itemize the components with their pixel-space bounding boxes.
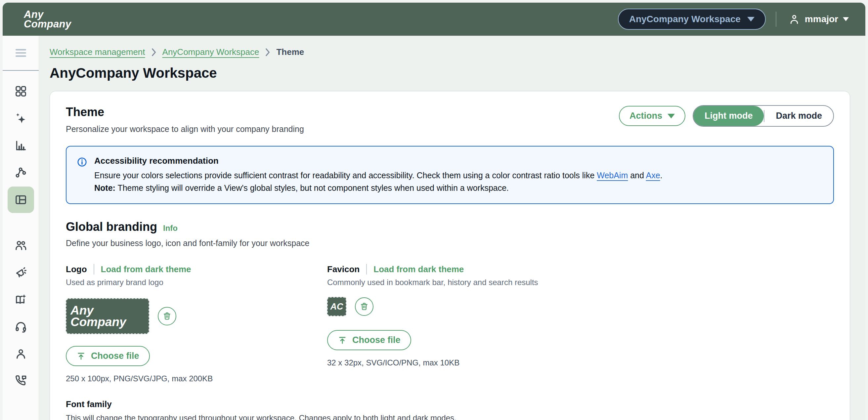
- alert-text-after: .: [660, 171, 662, 180]
- alert-note-label: Note:: [94, 183, 116, 192]
- user-menu-button[interactable]: mmajor: [786, 13, 851, 26]
- logo-description: Used as primary brand logo: [66, 278, 327, 287]
- delete-logo-button[interactable]: [158, 307, 176, 325]
- dashboard-icon: [14, 85, 27, 98]
- workspace-switcher-label: AnyCompany Workspace: [629, 14, 741, 25]
- header-right: AnyCompany Workspace mmajor: [618, 9, 851, 30]
- sidebar-menu-button[interactable]: [3, 36, 39, 70]
- favicon-description: Commonly used in bookmark bar, history a…: [327, 278, 588, 287]
- user-icon: [788, 13, 800, 25]
- chevron-down-icon: [843, 17, 849, 21]
- alert-note: Note: Theme styling will override a View…: [94, 182, 662, 194]
- sidebar-item-contact[interactable]: [8, 368, 34, 394]
- alert-text-between: and: [628, 171, 646, 180]
- alert-title: Accessibility recommendation: [94, 156, 662, 166]
- breadcrumb-current: Theme: [276, 47, 304, 57]
- trash-icon: [162, 311, 172, 321]
- person-icon: [14, 347, 27, 360]
- sidebar-item-ai-assistant[interactable]: [8, 105, 34, 132]
- alert-text-before: Ensure your colors selections provide su…: [94, 171, 597, 180]
- headset-icon: [14, 320, 27, 333]
- breadcrumb-workspace[interactable]: AnyCompany Workspace: [162, 47, 259, 57]
- sidebar-item-dashboard[interactable]: [8, 78, 34, 104]
- company-logo: Any Company: [24, 9, 71, 29]
- logo-preview-line2: Company: [70, 316, 149, 328]
- favicon-choose-file-button[interactable]: Choose file: [327, 330, 411, 350]
- layout-icon: [14, 193, 27, 206]
- axe-link[interactable]: Axe: [646, 171, 660, 180]
- upload-icon: [76, 352, 86, 361]
- workspace-switcher-button[interactable]: AnyCompany Workspace: [618, 9, 766, 30]
- hamburger-icon: [14, 46, 28, 60]
- mode-toggle: Light mode Dark mode: [693, 105, 834, 127]
- upload-icon: [338, 336, 347, 345]
- logo-choose-file-label: Choose file: [91, 351, 139, 361]
- company-logo-line1: Any: [24, 9, 71, 19]
- chevron-down-icon: [668, 114, 675, 119]
- delete-favicon-button[interactable]: [355, 297, 373, 316]
- info-icon: [76, 156, 88, 194]
- alert-note-body: Theme styling will override a View's glo…: [116, 183, 509, 192]
- theme-section-title: Theme: [66, 105, 304, 119]
- sidebar-item-users[interactable]: [8, 232, 34, 259]
- chevron-down-icon: [747, 17, 754, 22]
- theme-card: Theme Personalize your workspace to alig…: [50, 91, 850, 420]
- app-header: Any Company AnyCompany Workspace mmajor: [3, 3, 865, 36]
- sidebar: [3, 36, 39, 420]
- logo-load-from-dark-theme-link[interactable]: Load from dark theme: [101, 264, 191, 274]
- font-family-section: Font family This will change the typogra…: [66, 399, 834, 420]
- global-branding-subtitle: Define your business logo, icon and font…: [66, 238, 834, 248]
- favicon-preview-image: AC: [327, 297, 346, 316]
- phone-message-icon: [14, 374, 27, 388]
- webaim-link[interactable]: WebAim: [597, 171, 628, 180]
- favicon-preview-text: AC: [331, 301, 343, 312]
- chevron-right-icon: [151, 48, 156, 57]
- actions-button[interactable]: Actions: [619, 106, 685, 126]
- user-name-label: mmajor: [805, 14, 838, 25]
- book-sparkle-icon: [14, 293, 27, 306]
- chevron-right-icon: [265, 48, 270, 57]
- favicon-file-requirements: 32 x 32px, SVG/ICO/PNG, max 10KB: [327, 358, 588, 367]
- logo-preview-image: Any Company: [66, 298, 149, 334]
- trash-icon: [359, 301, 369, 312]
- sidebar-item-profile[interactable]: [8, 341, 34, 367]
- theme-section-subtitle: Personalize your workspace to align with…: [66, 124, 304, 134]
- logo-upload-section: Logo Load from dark theme Used as primar…: [66, 264, 327, 383]
- sidebar-item-guide[interactable]: [8, 286, 34, 313]
- sidebar-item-theme-layout[interactable]: [8, 187, 34, 213]
- sparkle-icon: [14, 112, 27, 125]
- font-family-label: Font family: [66, 399, 834, 410]
- label-divider: [366, 264, 367, 274]
- main-content: Workspace management AnyCompany Workspac…: [39, 36, 865, 420]
- sidebar-item-support[interactable]: [8, 314, 34, 340]
- global-branding-title: Global branding: [66, 220, 157, 234]
- info-link[interactable]: Info: [163, 224, 178, 233]
- favicon-load-from-dark-theme-link[interactable]: Load from dark theme: [373, 264, 464, 274]
- logo-file-requirements: 250 x 100px, PNG/SVG/JPG, max 200KB: [66, 374, 327, 383]
- sidebar-item-analytics[interactable]: [8, 132, 34, 159]
- header-divider: [776, 11, 776, 27]
- page-title: AnyCompany Workspace: [50, 65, 850, 81]
- dark-mode-button[interactable]: Dark mode: [765, 106, 833, 126]
- logo-label: Logo: [66, 264, 87, 274]
- alert-body: Ensure your colors selections provide su…: [94, 169, 662, 182]
- logo-choose-file-button[interactable]: Choose file: [66, 346, 150, 366]
- sidebar-item-announcements[interactable]: [8, 259, 34, 286]
- accessibility-alert: Accessibility recommendation Ensure your…: [66, 146, 834, 204]
- megaphone-icon: [14, 266, 27, 279]
- light-mode-button[interactable]: Light mode: [693, 106, 764, 126]
- users-icon: [14, 239, 27, 252]
- favicon-upload-section: Favicon Load from dark theme Commonly us…: [327, 264, 588, 383]
- sidebar-item-workflow[interactable]: [8, 159, 34, 186]
- favicon-label: Favicon: [327, 264, 360, 274]
- breadcrumb: Workspace management AnyCompany Workspac…: [50, 47, 850, 57]
- font-family-description: This will change the typography used thr…: [66, 413, 834, 420]
- branch-icon: [14, 166, 27, 179]
- actions-button-label: Actions: [629, 111, 662, 121]
- company-logo-line2: Company: [24, 19, 71, 29]
- favicon-choose-file-label: Choose file: [352, 335, 401, 345]
- logo-preview-line1: Any: [70, 304, 149, 316]
- breadcrumb-workspace-management[interactable]: Workspace management: [50, 47, 145, 57]
- bar-chart-icon: [14, 139, 27, 152]
- app-frame: Any Company AnyCompany Workspace mmajor: [0, 0, 868, 420]
